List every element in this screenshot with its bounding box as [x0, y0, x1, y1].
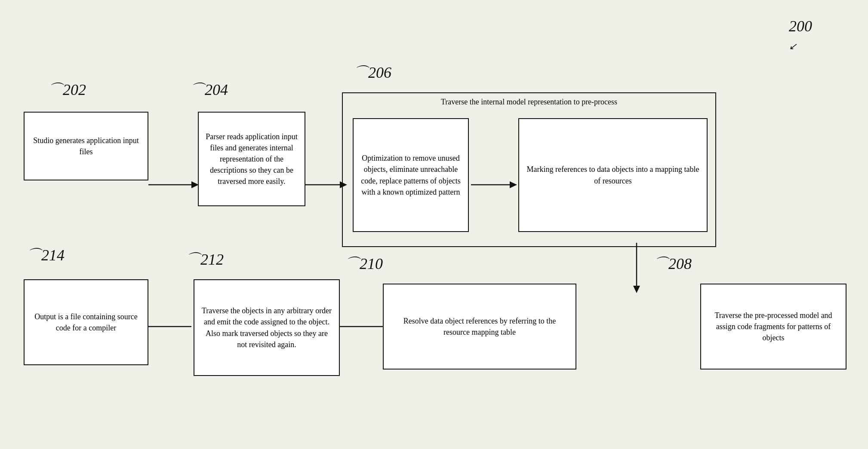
- box-206b: Marking references to data objects into …: [518, 118, 708, 232]
- label-204: ⌒204: [189, 79, 228, 101]
- label-206: ⌒206: [353, 62, 391, 83]
- label-200: 200 ↙: [789, 17, 812, 53]
- label-210: ⌒210: [344, 254, 383, 275]
- diagram-container: 200 ↙ ⌒202 Studio generates application …: [0, 0, 868, 449]
- label-202: ⌒202: [47, 79, 86, 101]
- label-212: ⌒212: [185, 249, 224, 270]
- box-210: Resolve data object references by referr…: [383, 284, 576, 370]
- box-212: Traverse the objects in any arbitrary or…: [194, 279, 340, 376]
- box-204: Parser reads application input files and…: [198, 112, 305, 206]
- label-214: ⌒214: [26, 245, 65, 266]
- box-214: Output is a file containing source code …: [24, 279, 148, 365]
- label-208: ⌒208: [653, 254, 692, 275]
- box-206a: Optimization to remove unused objects, e…: [353, 118, 469, 232]
- box-206-header: Traverse the internal model representati…: [343, 98, 715, 107]
- svg-marker-7: [633, 286, 640, 293]
- box-208: Traverse the pre-processed model and ass…: [700, 284, 846, 370]
- box-202: Studio generates application input files: [24, 112, 148, 180]
